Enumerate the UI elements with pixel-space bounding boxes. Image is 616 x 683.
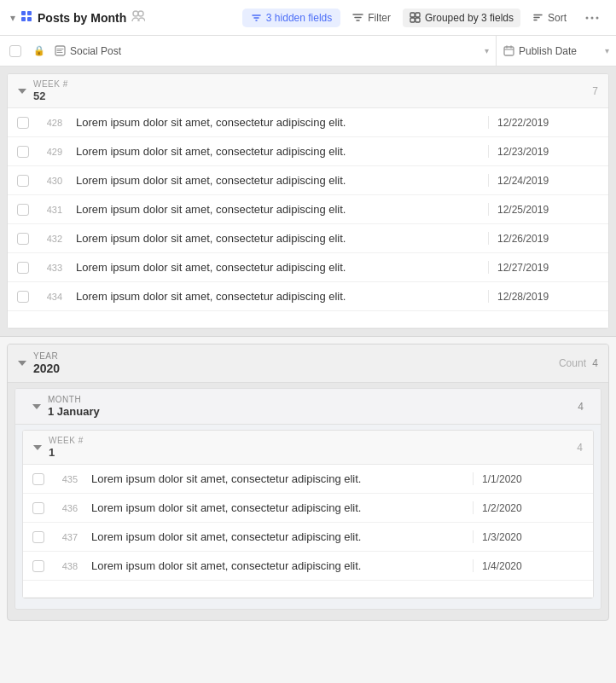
row-num-432: 432 — [38, 234, 69, 244]
table-row: 431 Lorem ipsum dolor sit amet, consecte… — [8, 195, 608, 224]
column-headers: 🔒 Social Post ▾ Publish Date ▾ — [0, 36, 616, 67]
row-checkbox-435[interactable] — [23, 473, 54, 485]
week1-count: 4 — [577, 442, 583, 454]
year2020-label: YEAR — [33, 351, 60, 361]
social-post-col-label: Social Post — [70, 45, 121, 57]
toolbar: ▾ Posts by Month 3 hidden fields — [0, 0, 616, 36]
month-collapse-icon[interactable] — [32, 404, 41, 409]
lock-icon: 🔒 — [33, 45, 45, 56]
row-text-434: Lorem ipsum dolor sit amet, consectetur … — [69, 290, 489, 303]
row-checkbox-437[interactable] — [23, 531, 54, 543]
row-checkbox-431[interactable] — [8, 204, 38, 216]
table-row: 438 Lorem ipsum dolor sit amet, consecte… — [23, 552, 593, 581]
svg-rect-0 — [21, 11, 26, 15]
row-checkbox-433[interactable] — [8, 262, 38, 274]
table-row: 434 Lorem ipsum dolor sit amet, consecte… — [8, 282, 608, 311]
row-checkbox-429[interactable] — [8, 146, 38, 158]
col-checkbox[interactable] — [0, 45, 31, 57]
table-row: 428 Lorem ipsum dolor sit amet, consecte… — [8, 108, 608, 137]
month-section: MONTH 1 January 4 WEEK # 1 4 435 Lorem i… — [15, 388, 601, 610]
row-date-432: 12/26/2019 — [489, 233, 608, 245]
year2020-group-header: YEAR 2020 Count 4 — [8, 344, 608, 383]
header-checkbox[interactable] — [9, 45, 21, 57]
row-text-433: Lorem ipsum dolor sit amet, consectetur … — [69, 261, 489, 274]
col-social-post[interactable]: Social Post ▾ — [48, 36, 497, 66]
toolbar-actions: 3 hidden fields Filter Grouped by 3 fiel… — [242, 9, 606, 27]
row-date-436: 1/2/2020 — [474, 502, 593, 514]
row-text-431: Lorem ipsum dolor sit amet, consectetur … — [69, 203, 489, 216]
toolbar-left: ▾ Posts by Month — [10, 10, 235, 25]
svg-point-5 — [138, 11, 143, 16]
row-checkbox-434[interactable] — [8, 291, 38, 303]
svg-rect-6 — [410, 13, 415, 17]
table-row: 435 Lorem ipsum dolor sit amet, consecte… — [23, 465, 593, 494]
year2020-label-group: YEAR 2020 — [33, 351, 60, 375]
week52-value: 52 — [33, 90, 68, 102]
week52-group-header: WEEK # 52 7 — [8, 74, 608, 108]
social-post-col-chevron: ▾ — [485, 46, 489, 55]
row-checkbox-428[interactable] — [8, 117, 38, 129]
row-num-430: 430 — [38, 176, 69, 186]
month-label-group: MONTH 1 January — [48, 395, 100, 418]
row-date-433: 12/27/2019 — [489, 262, 608, 274]
week52-inner: WEEK # 52 7 428 Lorem ipsum dolor sit am… — [7, 73, 609, 329]
hidden-fields-button[interactable]: 3 hidden fields — [242, 9, 340, 27]
view-dropdown-icon[interactable]: ▾ — [10, 12, 15, 24]
week1-label-group: WEEK # 1 — [49, 436, 84, 459]
table-row: 430 Lorem ipsum dolor sit amet, consecte… — [8, 166, 608, 195]
row-text-430: Lorem ipsum dolor sit amet, consectetur … — [69, 174, 489, 187]
row-text-428: Lorem ipsum dolor sit amet, consectetur … — [69, 116, 489, 129]
row-text-436: Lorem ipsum dolor sit amet, consectetur … — [84, 501, 474, 514]
row-checkbox-436[interactable] — [23, 502, 54, 514]
svg-point-10 — [586, 16, 589, 19]
svg-rect-14 — [504, 47, 514, 55]
row-num-437: 437 — [54, 532, 84, 542]
table-row: 437 Lorem ipsum dolor sit amet, consecte… — [23, 523, 593, 552]
row-checkbox-432[interactable] — [8, 233, 38, 245]
svg-rect-3 — [27, 17, 32, 21]
row-text-437: Lorem ipsum dolor sit amet, consectetur … — [84, 530, 474, 543]
week1-section: WEEK # 1 4 435 Lorem ipsum dolor sit ame… — [22, 430, 594, 599]
filter-label: Filter — [368, 12, 391, 24]
row-num-429: 429 — [38, 147, 69, 157]
week52-label: WEEK # — [33, 79, 68, 89]
row-date-430: 12/24/2019 — [489, 175, 608, 187]
week52-label-group: WEEK # 52 — [33, 79, 68, 102]
week52-collapse-icon[interactable] — [18, 89, 26, 94]
row-checkbox-430[interactable] — [8, 175, 38, 187]
svg-rect-8 — [410, 18, 415, 22]
sort-label: Sort — [548, 12, 567, 24]
row-text-432: Lorem ipsum dolor sit amet, consectetur … — [69, 232, 489, 245]
row-date-435: 1/1/2020 — [474, 473, 593, 485]
row-date-429: 12/23/2019 — [489, 146, 608, 158]
table-row: 436 Lorem ipsum dolor sit amet, consecte… — [23, 494, 593, 523]
row-num-438: 438 — [54, 561, 84, 571]
row-num-431: 431 — [38, 205, 69, 215]
year2020-section: YEAR 2020 Count 4 MONTH 1 January 4 WEEK… — [7, 344, 609, 621]
week52-count: 7 — [592, 85, 598, 97]
filter-button[interactable]: Filter — [346, 9, 398, 27]
calendar-col-icon — [503, 45, 514, 56]
year2020-count-val: 4 — [592, 357, 598, 369]
row-date-434: 12/28/2019 — [489, 291, 608, 303]
more-button[interactable] — [578, 9, 606, 27]
text-col-icon — [55, 45, 66, 56]
publish-date-col-label: Publish Date — [519, 45, 577, 57]
year2020-collapse-icon[interactable] — [18, 361, 26, 366]
col-publish-date[interactable]: Publish Date ▾ — [497, 36, 616, 66]
grouped-button[interactable]: Grouped by 3 fields — [403, 9, 520, 27]
row-text-429: Lorem ipsum dolor sit amet, consectetur … — [69, 145, 489, 158]
month-count: 4 — [578, 401, 584, 413]
sort-button[interactable]: Sort — [526, 9, 573, 27]
row-num-433: 433 — [38, 263, 69, 273]
row-checkbox-438[interactable] — [23, 560, 54, 572]
svg-rect-1 — [27, 11, 32, 15]
svg-point-11 — [591, 16, 594, 19]
grid-icon — [20, 10, 32, 25]
table-row: 429 Lorem ipsum dolor sit amet, consecte… — [8, 137, 608, 166]
month-group-header: MONTH 1 January 4 — [15, 389, 601, 425]
row-date-428: 12/22/2019 — [489, 117, 608, 129]
week1-collapse-icon[interactable] — [33, 445, 42, 450]
week1-group-header: WEEK # 1 4 — [23, 431, 593, 465]
month-value: 1 January — [48, 405, 100, 418]
